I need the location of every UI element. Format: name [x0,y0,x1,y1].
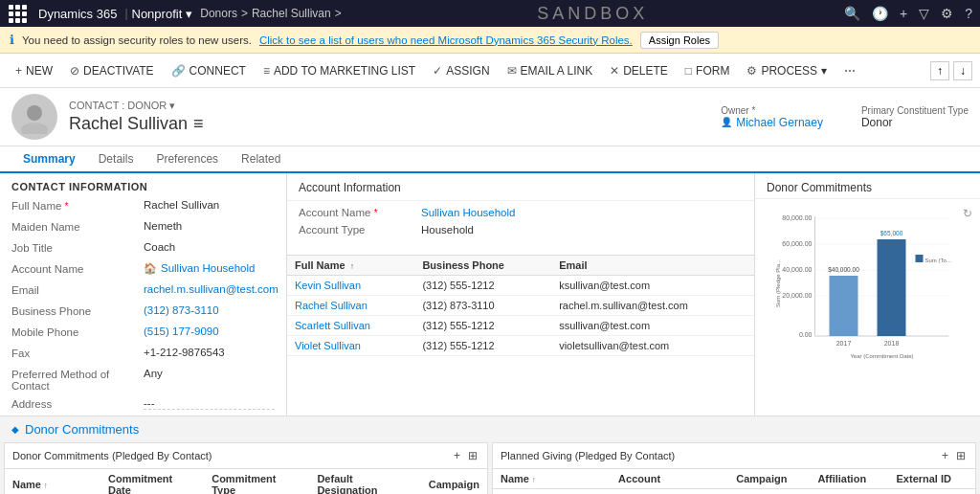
col-fullname[interactable]: Full Name ↑ [287,256,414,276]
svg-text:Year (Commitment Date): Year (Commitment Date) [850,353,913,359]
module-label: Nonprofit [132,7,183,21]
tab-preferences[interactable]: Preferences [145,146,230,173]
filter-icon[interactable]: ▽ [919,6,929,21]
member-name[interactable]: Violet Sullivan [287,336,414,356]
col-default-designation[interactable]: Default Designation [309,469,420,494]
settings-icon[interactable]: ⚙ [941,6,953,21]
field-fax: Fax +1-212-9876543 [0,344,286,365]
member-row: Violet Sullivan (312) 555-1212 violetsul… [287,336,754,356]
member-name[interactable]: Kevin Sullivan [287,276,414,296]
member-email: ksullivan@test.com [551,276,754,296]
pg-name[interactable]: Rachel Sullivan - Pla... [493,489,611,495]
svg-point-0 [27,105,42,121]
view-planned-giving[interactable]: ⊞ [954,447,968,464]
tab-summary[interactable]: Summary [11,146,87,173]
contact-avatar [11,94,57,140]
fullname-label: Full Name * [11,199,136,212]
record-menu-icon[interactable]: ≡ [193,114,204,134]
col-campaign[interactable]: Campaign [421,469,487,494]
fax-label: Fax [11,347,136,359]
email-link-button[interactable]: ✉ EMAIL A LINK [500,60,601,81]
col-businessphone[interactable]: Business Phone [414,256,551,276]
add-to-marketing-button[interactable]: ≡ ADD TO MARKETING LIST [256,60,423,81]
bottom-section-header: ◆ Donor Commitments [0,416,980,442]
new-icon[interactable]: + [900,6,907,21]
chart-title: Donor Commitments [755,173,980,199]
breadcrumb-rachel[interactable]: Rachel Sullivan [252,7,331,20]
delete-label: DELETE [623,64,668,78]
col-pg-name[interactable]: Name [493,469,611,489]
svg-point-1 [21,123,48,134]
preferred-contact-value: Any [144,368,275,379]
history-icon[interactable]: 🕐 [872,6,888,21]
svg-rect-13 [830,276,858,336]
add-planned-giving[interactable]: + [940,447,950,464]
nav-icons-area: 🔍 🕐 + ▽ ⚙ ? [844,6,972,21]
tab-related[interactable]: Related [230,146,292,173]
member-name[interactable]: Scarlett Sullivan [287,316,414,336]
accountname-value[interactable]: 🏠Sullivan Household [144,262,275,275]
fax-value: +1-212-9876543 [144,347,275,358]
record-breadcrumb[interactable]: CONTACT : DONOR ▾ [69,100,709,112]
col-pg-account[interactable]: Account [611,469,728,489]
contact-info-panel: CONTACT INFORMATION Full Name * Rachel S… [0,173,287,415]
tab-details[interactable]: Details [87,146,145,173]
record-header: CONTACT : DONOR ▾ Rachel Sullivan ≡ Owne… [0,88,980,146]
svg-text:2017: 2017 [836,340,852,347]
prev-record-button[interactable]: ↑ [930,61,949,80]
planned-giving-data-table: Name Account Campaign Affiliation Extern… [493,469,975,494]
member-phone: (312) 555-1212 [414,276,551,296]
alert-icon: ℹ [10,33,14,47]
connect-icon: 🔗 [171,64,186,78]
email-value[interactable]: rachel.m.sullivan@test.com [144,283,278,295]
process-button[interactable]: ⚙ PROCESS ▾ [739,60,835,81]
new-button[interactable]: + NEW [8,60,60,81]
view-donor-commitments[interactable]: ⊞ [466,447,479,464]
businessphone-value[interactable]: (312) 873-3110 [144,304,275,316]
fullname-value: Rachel Sullivan [144,199,275,211]
search-icon[interactable]: 🔍 [844,6,860,21]
svg-text:Sum (To...: Sum (To... [925,258,952,263]
field-address: Address --- [0,394,286,415]
col-commitment-type[interactable]: Commitment Type [204,469,309,494]
alert-bar: ℹ You need to assign security roles to n… [0,27,980,54]
add-donor-commitment[interactable]: + [452,447,462,464]
mobilephone-value[interactable]: (515) 177-9090 [144,326,275,337]
connect-button[interactable]: 🔗 CONNECT [164,60,254,81]
form-button[interactable]: □ FORM [678,60,738,81]
help-icon[interactable]: ? [965,6,972,21]
breadcrumb-sep2: > [335,7,342,20]
pg-campaign [728,489,810,495]
delete-button[interactable]: ✕ DELETE [602,60,676,81]
record-meta: Owner * 👤 Michael Gernaey Primary Consti… [721,105,969,129]
breadcrumb-donors[interactable]: Donors [200,7,237,20]
col-name[interactable]: Name [5,469,100,494]
member-row: Rachel Sullivan (312) 873-3110 rachel.m.… [287,296,754,316]
col-commitment-date[interactable]: Commitment Date [100,469,204,494]
maidenname-value: Nemeth [144,220,275,232]
member-name[interactable]: Rachel Sullivan [287,296,414,316]
svg-text:20,000.00: 20,000.00 [782,292,812,299]
owner-value[interactable]: 👤 Michael Gernaey [721,116,823,129]
account-type-row: Account Type Household [299,224,743,236]
col-pg-external-id[interactable]: External ID [889,469,975,489]
process-icon: ⚙ [746,64,757,78]
pg-account[interactable]: Sullivan Househ... [611,489,728,495]
assign-button[interactable]: ✓ ASSIGN [425,60,497,81]
alert-link[interactable]: Click to see a list of users who need Mi… [259,34,633,46]
bottom-section: ◆ Donor Commitments Donor Commitments (P… [0,415,980,494]
refresh-icon[interactable]: ↻ [963,207,972,220]
module-selector[interactable]: Nonprofit ▾ [132,7,193,21]
more-button[interactable]: ⋯ [836,60,863,81]
waffle-menu[interactable] [8,4,27,23]
deactivate-button[interactable]: ⊘ DEACTIVATE [62,60,162,81]
col-email[interactable]: Email [551,256,754,276]
col-pg-affiliation[interactable]: Affiliation [810,469,888,489]
assign-roles-button[interactable]: Assign Roles [640,32,719,49]
collapse-icon[interactable]: ◆ [11,424,19,435]
brand-label: Dynamics 365 [34,7,121,21]
next-record-button[interactable]: ↓ [953,61,972,80]
member-phone: (312) 555-1212 [414,316,551,336]
account-name-value[interactable]: Sullivan Household [421,207,515,218]
col-pg-campaign[interactable]: Campaign [728,469,810,489]
